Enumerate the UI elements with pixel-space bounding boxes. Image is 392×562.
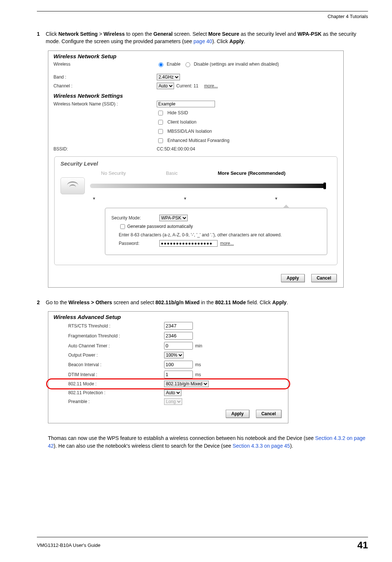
page-footer: VMG1312-B10A User's Guide 41 [37, 537, 368, 551]
security-mode-label: Security Mode: [111, 215, 159, 221]
password-note: Enter 8-63 characters (a-z, A-Z, 0-9, '-… [119, 232, 321, 238]
band-select[interactable]: 2.4GHz [157, 74, 180, 80]
client-isolation-checkbox[interactable] [158, 120, 163, 125]
preamble-label: Preamble : [53, 399, 164, 404]
emf-label: Enhanced Multicast Forwarding [167, 138, 229, 143]
output-power-select[interactable]: 100% [164, 352, 184, 358]
dtim-input[interactable] [164, 371, 193, 378]
text: screen and select [112, 299, 156, 305]
password-label: Password: [119, 241, 159, 246]
section-title: Wireless Advanced Setup [48, 312, 288, 321]
step-2-number: 2 [37, 299, 46, 306]
text: . [287, 299, 288, 305]
text: field. Click [246, 299, 273, 305]
text: as the security level and [239, 31, 298, 37]
security-slider-track[interactable] [90, 184, 325, 188]
wireless-disable-text: Disable (settings are invalid when disab… [194, 62, 279, 67]
text: Click [46, 31, 58, 37]
footer-rule [37, 537, 368, 537]
ssid-label: Wireless Network Name (SSID) : [53, 101, 157, 107]
auto-channel-input[interactable] [164, 342, 193, 350]
page-link[interactable]: page 40 [194, 38, 212, 44]
document-page: Chapter 4 Tutorials 1 Click Network Sett… [0, 0, 392, 562]
bold: 802.11b/g/n Mixed [156, 299, 200, 305]
emf-checkbox[interactable] [158, 138, 163, 143]
wireless-enable-radio[interactable] [159, 62, 163, 67]
beacon-label: Beacon Interval : [53, 362, 164, 367]
level-no-security: No Security [101, 170, 126, 176]
hide-ssid-label: Hide SSID [167, 110, 188, 115]
bold: Network Setting [58, 31, 98, 37]
band-label: Band : [53, 74, 157, 80]
preamble-select[interactable]: Long [164, 398, 182, 405]
text: screen. Select [173, 31, 208, 37]
security-level-title: Security Level [60, 160, 331, 167]
unit: ms [195, 372, 201, 377]
header-rule [37, 11, 368, 11]
text: Thomas can now use the WPS feature to es… [48, 435, 315, 441]
wireless-enable-text: Enable [167, 62, 180, 67]
step-2: 2 Go to the Wireless > Others screen and… [37, 299, 368, 306]
rts-label: RTS/CTS Threshold : [53, 323, 164, 329]
text: ). [290, 443, 293, 449]
mbssid-checkbox[interactable] [158, 129, 163, 134]
wireless-disable-radio[interactable] [185, 62, 190, 67]
chapter-header: Chapter 4 Tutorials [37, 14, 368, 19]
frag-label: Fragmentation Threshold : [53, 333, 164, 339]
bold: WPA-PSK [298, 31, 322, 37]
bold: Wireless [104, 31, 125, 37]
bold: Wireless > Others [68, 299, 112, 305]
bssid-label: BSSID: [53, 146, 157, 152]
password-more-link[interactable]: more... [220, 241, 234, 246]
step-2-text: Go to the Wireless > Others screen and s… [46, 299, 368, 306]
ssid-input[interactable] [157, 101, 215, 107]
channel-label: Channel : [53, 83, 157, 89]
beacon-input[interactable] [164, 361, 193, 368]
section-title: Wireless Network Setup [48, 51, 343, 60]
unit: ms [195, 362, 201, 367]
protection-label: 802.11 Protection : [53, 390, 164, 395]
channel-current: Current: 11 [176, 83, 198, 89]
section-link[interactable]: Section 4.3.3 on page 45 [233, 443, 290, 449]
text: Go to the [46, 299, 68, 305]
protection-select[interactable]: Auto [164, 389, 181, 396]
bold: Apply [229, 38, 244, 44]
cancel-button[interactable]: Cancel [311, 274, 337, 282]
cancel-button[interactable]: Cancel [256, 410, 281, 418]
apply-button[interactable]: Apply [281, 274, 304, 282]
step-1-number: 1 [37, 30, 46, 45]
figure-wireless-advanced: Wireless Advanced Setup RTS/CTS Threshol… [48, 311, 288, 423]
footer-page-number: 41 [357, 540, 368, 551]
wifi-icon [60, 177, 85, 194]
wireless-label: Wireless [53, 62, 157, 67]
rts-input[interactable] [164, 322, 193, 330]
footer-guide-name: VMG1312-B10A User's Guide [37, 542, 100, 548]
apply-button[interactable]: Apply [226, 410, 249, 418]
bold: 802.11 Mode [215, 299, 246, 305]
channel-more-link[interactable]: more... [204, 83, 218, 89]
generate-password-checkbox[interactable] [120, 224, 125, 229]
mode-label: 802.11 Mode : [53, 381, 164, 386]
bold: General [153, 31, 173, 37]
level-more-secure: More Secure (Recommended) [218, 170, 286, 176]
security-level-box: Security Level No Security Basic More Se… [54, 156, 337, 266]
level-basic: Basic [166, 170, 178, 176]
hide-ssid-checkbox[interactable] [158, 111, 163, 115]
frag-input[interactable] [164, 332, 193, 340]
password-input[interactable] [159, 240, 218, 247]
step-1: 1 Click Network Setting > Wireless to op… [37, 30, 368, 45]
section-title: Wireless Network Settings [48, 90, 343, 100]
tick-mark: ▾ [184, 196, 186, 201]
security-mode-select[interactable]: WPA-PSK [159, 215, 188, 221]
channel-select[interactable]: Auto [157, 83, 174, 89]
closing-paragraph: Thomas can now use the WPS feature to es… [48, 434, 368, 450]
mbssid-label: MBSSID/LAN Isolation [167, 129, 212, 134]
generate-password-label: Generate password automatically [127, 224, 193, 229]
tick-mark: ▾ [275, 196, 277, 201]
text: > [98, 31, 104, 37]
text: to open the [125, 31, 153, 37]
mode-select[interactable]: 802.11b/g/n Mixed [164, 381, 209, 387]
dtim-label: DTIM Interval : [53, 372, 164, 377]
tick-mark: ▾ [93, 196, 95, 201]
bold: Apply [272, 299, 287, 305]
